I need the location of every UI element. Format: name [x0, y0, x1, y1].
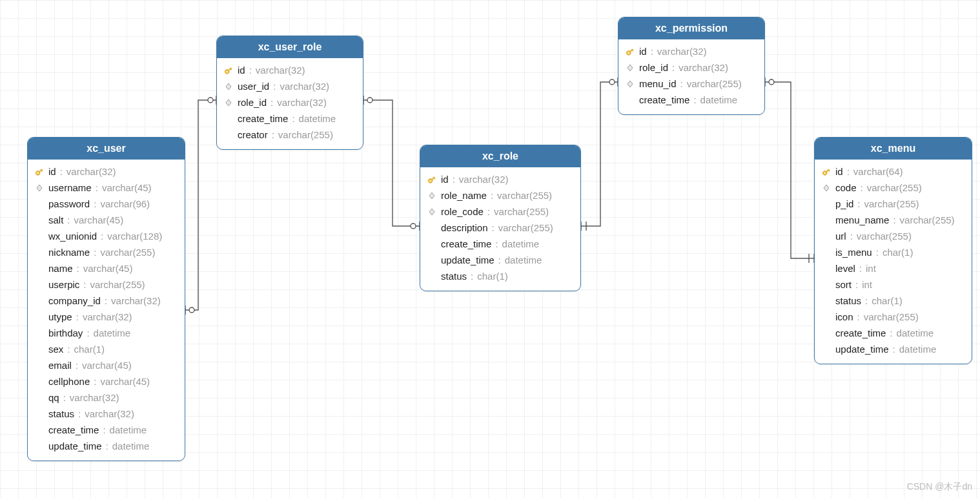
blank-icon [34, 344, 45, 355]
column-name: userpic [48, 279, 79, 290]
column-name: role_code [441, 206, 484, 217]
column-row: email: varchar(45) [34, 357, 178, 373]
watermark: CSDN @木子dn [907, 481, 972, 493]
blank-icon [34, 280, 45, 290]
column-row: sex: char(1) [34, 341, 178, 357]
blank-icon [821, 344, 832, 355]
column-row: level: int [821, 260, 965, 276]
blank-icon [821, 264, 832, 274]
blank-icon [821, 215, 832, 225]
blank-icon [34, 215, 45, 225]
column-name: id [835, 166, 843, 177]
entity-columns: id: varchar(32)role_name: varchar(255)ro… [420, 167, 580, 291]
column-row: nickname: varchar(255) [34, 244, 178, 260]
column-name: create_time [639, 94, 689, 105]
column-name: role_id [238, 97, 267, 108]
column-row: wx_unionid: varchar(128) [34, 228, 178, 244]
column-type: varchar(45) [82, 360, 132, 371]
column-type: varchar(255) [90, 279, 145, 290]
column-row: id: varchar(32) [34, 163, 178, 180]
svg-point-5 [769, 79, 774, 85]
column-name: nickname [48, 247, 90, 258]
primary-key-icon [427, 174, 437, 185]
blank-icon [34, 247, 45, 258]
column-type: int [862, 279, 872, 290]
column-row: role_name: varchar(255) [427, 187, 574, 203]
blank-icon [223, 114, 234, 124]
column-name: sort [835, 279, 852, 290]
index-icon [625, 79, 635, 89]
column-row: update_time: datetime [821, 341, 965, 357]
primary-key-icon [34, 167, 45, 177]
entity-xc_user: xc_userid: varchar(32)username: varchar(… [27, 137, 185, 461]
svg-marker-16 [226, 99, 231, 106]
column-name: role_name [441, 190, 487, 201]
svg-point-1 [208, 98, 213, 103]
index-icon [223, 98, 234, 108]
blank-icon [34, 296, 45, 306]
column-type: datetime [112, 441, 150, 451]
column-name: create_time [48, 424, 99, 435]
blank-icon [821, 328, 832, 338]
column-type: varchar(255) [864, 311, 919, 322]
column-name: id [639, 46, 647, 57]
column-name: role_id [639, 62, 668, 73]
svg-marker-21 [429, 192, 434, 199]
column-row: user_id: varchar(32) [223, 78, 356, 94]
column-row: id: varchar(64) [821, 163, 965, 180]
column-row: is_menu: char(1) [821, 244, 965, 260]
column-type: char(1) [477, 271, 508, 282]
index-icon [821, 183, 832, 193]
index-icon [427, 207, 437, 217]
column-name: is_menu [835, 247, 872, 258]
blank-icon [821, 280, 832, 290]
column-name: create_time [441, 238, 491, 249]
column-row: name: varchar(45) [34, 260, 178, 276]
column-name: update_time [48, 441, 102, 451]
column-type: varchar(32) [83, 311, 132, 322]
column-name: update_time [835, 344, 889, 355]
column-row: utype: varchar(32) [34, 309, 178, 325]
index-icon [223, 81, 234, 92]
column-name: p_id [835, 198, 853, 209]
svg-marker-22 [429, 209, 434, 215]
column-row: cellphone: varchar(45) [34, 373, 178, 389]
column-row: code: varchar(255) [821, 180, 965, 196]
column-type: varchar(32) [85, 408, 134, 419]
blank-icon [427, 271, 437, 282]
index-icon [625, 79, 635, 89]
column-name: name [48, 263, 73, 274]
column-row: userpic: varchar(255) [34, 276, 178, 293]
column-name: company_id [48, 295, 101, 306]
column-row: qq: varchar(32) [34, 389, 178, 406]
column-type: varchar(32) [679, 62, 728, 73]
column-type: varchar(45) [100, 376, 150, 387]
blank-icon [821, 312, 832, 322]
column-type: varchar(255) [498, 222, 553, 233]
column-name: create_time [835, 327, 886, 338]
svg-point-0 [189, 307, 194, 313]
svg-marker-27 [628, 65, 633, 71]
column-name: user_id [238, 81, 269, 92]
entity-columns: id: varchar(32)user_id: varchar(32)role_… [217, 58, 363, 149]
index-icon [34, 183, 45, 193]
column-row: icon: varchar(255) [821, 309, 965, 325]
blank-icon [34, 328, 45, 338]
column-type: varchar(255) [857, 231, 912, 242]
blank-icon [821, 231, 832, 242]
blank-icon [34, 312, 45, 322]
column-row: create_time: datetime [821, 325, 965, 341]
column-name: email [48, 360, 72, 371]
svg-point-4 [609, 79, 615, 85]
blank-icon [821, 247, 832, 258]
column-type: varchar(32) [70, 392, 119, 403]
column-type: varchar(32) [657, 46, 707, 57]
index-icon [625, 63, 635, 73]
column-row: role_id: varchar(32) [223, 94, 356, 110]
column-name: menu_id [639, 78, 677, 89]
blank-icon [34, 441, 45, 451]
column-row: company_id: varchar(32) [34, 293, 178, 309]
primary-key-icon [34, 167, 45, 177]
index-icon [427, 191, 437, 201]
index-icon [625, 63, 635, 73]
